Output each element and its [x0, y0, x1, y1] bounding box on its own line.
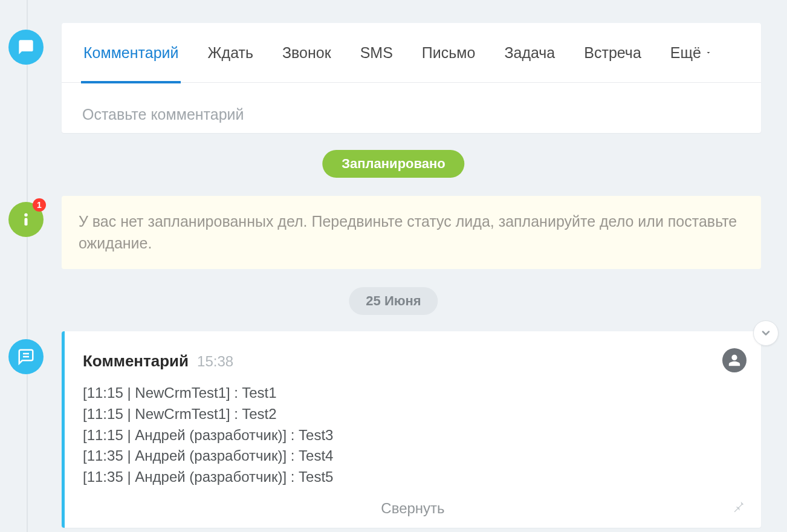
- info-text: У вас нет запланированных дел. Передвинь…: [79, 210, 744, 255]
- info-badge-count: 1: [33, 198, 46, 212]
- chevron-down-icon: [760, 327, 772, 339]
- composer-tabs: Комментарий Ждать Звонок SMS Письмо Зада…: [62, 23, 761, 83]
- pin-icon[interactable]: [732, 500, 745, 516]
- tab-meeting[interactable]: Встреча: [583, 23, 643, 83]
- tab-more[interactable]: Ещё: [669, 23, 713, 83]
- comment-timeline-icon: [8, 30, 44, 65]
- tab-mail[interactable]: Письмо: [421, 23, 477, 83]
- tab-more-label: Ещё: [670, 44, 701, 62]
- message-lines-icon: [17, 348, 35, 366]
- date-separator: 25 Июня: [349, 287, 438, 315]
- log-line: [11:35 | Андрей (разработчик)] : Test4: [83, 446, 743, 467]
- info-card: У вас нет запланированных дел. Передвинь…: [62, 196, 761, 269]
- log-line: [11:15 | Андрей (разработчик)] : Test3: [83, 425, 743, 446]
- svg-point-0: [24, 213, 28, 217]
- tab-comment[interactable]: Комментарий: [82, 23, 180, 83]
- date-separator-label: 25 Июня: [349, 287, 438, 315]
- entry-log-lines: [11:15 | NewCrmTest1] : Test1 [11:15 | N…: [83, 383, 743, 488]
- author-avatar[interactable]: [722, 348, 747, 372]
- user-icon: [728, 354, 741, 367]
- status-planned-pill: Запланировано: [322, 150, 464, 178]
- tab-task[interactable]: Задача: [503, 23, 556, 83]
- message-timeline-icon: [8, 339, 44, 374]
- tab-wait[interactable]: Ждать: [206, 23, 254, 83]
- entry-time: 15:38: [197, 353, 233, 370]
- log-line: [11:15 | NewCrmTest1] : Test1: [83, 383, 743, 404]
- info-icon: [17, 210, 35, 229]
- tab-sms[interactable]: SMS: [359, 23, 394, 83]
- info-timeline-icon: 1: [8, 202, 44, 237]
- tab-call[interactable]: Звонок: [281, 23, 332, 83]
- entry-header: Комментарий 15:38: [83, 352, 743, 371]
- log-line: [11:35 | Андрей (разработчик)] : Test5: [83, 467, 743, 488]
- collapse-link[interactable]: Свернуть: [83, 500, 743, 517]
- timeline-line: [27, 0, 28, 532]
- comment-entry-card: Комментарий 15:38 [11:15 | NewCrmTest1] …: [62, 331, 761, 528]
- entry-title: Комментарий: [83, 352, 189, 371]
- log-line: [11:15 | NewCrmTest1] : Test2: [83, 404, 743, 425]
- caret-down-icon: [705, 49, 712, 56]
- scroll-down-button[interactable]: [753, 320, 779, 346]
- activity-composer-card: Комментарий Ждать Звонок SMS Письмо Зада…: [62, 23, 761, 133]
- status-planned-label: Запланировано: [322, 150, 464, 178]
- speech-bubble-icon: [18, 39, 34, 56]
- comment-input[interactable]: [62, 83, 761, 131]
- svg-rect-1: [25, 218, 28, 226]
